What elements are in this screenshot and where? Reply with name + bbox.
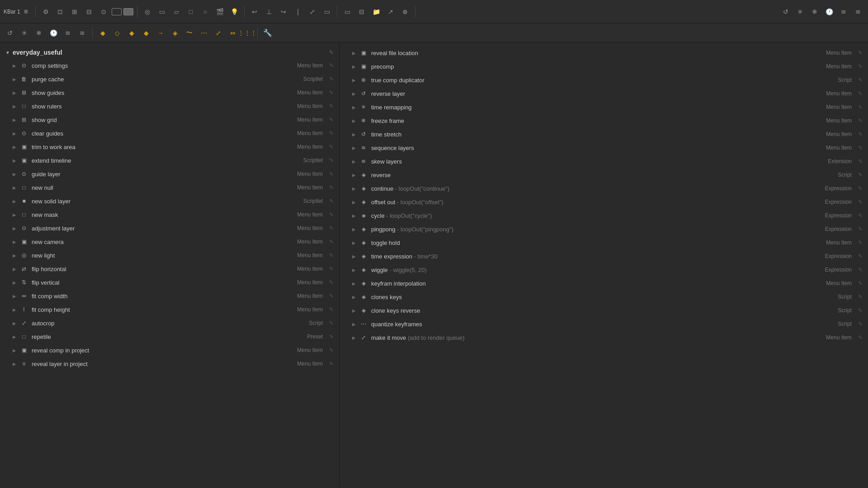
tb2-steps[interactable]: ≋ xyxy=(61,27,74,39)
list-item-new-camera[interactable]: ▶▣new cameraMenu Item✎ xyxy=(0,235,339,249)
tb-icon-rect2[interactable]: ▱ xyxy=(170,5,183,18)
rect-filled-toolbar-icon[interactable] xyxy=(123,8,133,15)
tb2-diamond1[interactable]: ◆ xyxy=(96,27,109,39)
item-edit-sequence-layers[interactable]: ✎ xyxy=(858,145,863,151)
item-edit-trim-work-area[interactable]: ✎ xyxy=(329,144,334,150)
group-header[interactable]: ▼ everyday_useful ✎ xyxy=(0,46,339,59)
tb-icon-expand[interactable]: ⤢ xyxy=(306,5,319,18)
list-item-cycle[interactable]: ▶◈cycle - loopOut("cycle")Expression✎ xyxy=(340,209,868,222)
list-item-reverse[interactable]: ▶◈reverseScript✎ xyxy=(340,168,868,182)
list-item-clear-guides[interactable]: ▶⊙clear guidesMenu Item✎ xyxy=(0,127,339,140)
tb-icon-circle2[interactable]: ○ xyxy=(199,5,212,18)
list-item-skew-layers[interactable]: ▶≋skew layersExtension✎ xyxy=(340,155,868,168)
list-item-precomp[interactable]: ▶▣precompMenu Item✎ xyxy=(340,60,868,73)
item-edit-repetile[interactable]: ✎ xyxy=(329,333,334,340)
gear-toolbar-icon[interactable]: ⚙ xyxy=(39,5,52,18)
item-edit-time-remapping[interactable]: ✎ xyxy=(858,104,863,110)
tb-icon-rect-group[interactable]: ▭ xyxy=(341,5,354,18)
tb2-wrench[interactable]: 🔧 xyxy=(261,27,274,39)
item-edit-cycle[interactable]: ✎ xyxy=(858,212,863,219)
list-item-keyframe-interp[interactable]: ▶◈keyfram interpolationMenu Item✎ xyxy=(340,277,868,290)
item-edit-fit-comp-height[interactable]: ✎ xyxy=(329,306,334,313)
list-item-autocrop[interactable]: ▶⤢autocropScript✎ xyxy=(0,316,339,330)
tb2-diamond4[interactable]: ◆ xyxy=(140,27,152,39)
grid3-toolbar-icon[interactable]: ⊞ xyxy=(68,5,81,18)
list-item-adjustment-layer[interactable]: ▶⊙adjustment layerMenu Item✎ xyxy=(0,221,339,235)
item-edit-new-mask[interactable]: ✎ xyxy=(329,211,334,218)
list-item-reveal-layer[interactable]: ▶≡reveal layer in projectMenu Item✎ xyxy=(0,357,339,371)
tb-icon-v-line[interactable]: | xyxy=(292,5,304,18)
list-item-trim-work-area[interactable]: ▶▣trim to work areaMenu Item✎ xyxy=(0,140,339,154)
item-edit-reverse[interactable]: ✎ xyxy=(858,172,863,178)
item-edit-show-rulers[interactable]: ✎ xyxy=(329,103,334,109)
tb-icon-rect3[interactable]: □ xyxy=(184,5,197,18)
list-item-guide-layer[interactable]: ▶⊙guide layerMenu Item✎ xyxy=(0,167,339,181)
item-edit-clones-keys[interactable]: ✎ xyxy=(858,294,863,300)
item-edit-time-expression[interactable]: ✎ xyxy=(858,253,863,259)
item-edit-new-light[interactable]: ✎ xyxy=(329,252,334,258)
tb2-snowflake[interactable]: ❄ xyxy=(33,27,45,39)
item-edit-keyframe-interp[interactable]: ✎ xyxy=(858,280,863,286)
list-item-flip-vertical[interactable]: ▶⇅flip verticalMenu Item✎ xyxy=(0,276,339,289)
tb-icon-rect-border[interactable]: ▭ xyxy=(156,5,168,18)
item-edit-toggle-hold[interactable]: ✎ xyxy=(858,239,863,246)
tb2-arrow-kf[interactable]: → xyxy=(154,27,167,39)
tb-icon-layers[interactable]: ⊟ xyxy=(355,5,368,18)
item-edit-quantize-keyframes[interactable]: ✎ xyxy=(858,321,863,327)
item-edit-new-null[interactable]: ✎ xyxy=(329,184,334,191)
tb-icon-arrow-left[interactable]: ↩ xyxy=(248,5,261,18)
item-edit-time-stretch[interactable]: ✎ xyxy=(858,131,863,137)
list-item-reveal-file[interactable]: ▶▣reveal file locationMenu Item✎ xyxy=(340,46,868,60)
rect-outline-toolbar-icon[interactable] xyxy=(112,8,122,15)
tb2-diamond3[interactable]: ◆ xyxy=(125,27,138,39)
item-edit-guide-layer[interactable]: ✎ xyxy=(329,171,334,177)
item-edit-autocrop[interactable]: ✎ xyxy=(329,320,334,326)
item-edit-make-it-move[interactable]: ✎ xyxy=(858,334,863,341)
tb2-stardots[interactable]: ✳ xyxy=(18,27,31,39)
item-edit-pingpong[interactable]: ✎ xyxy=(858,226,863,232)
list-item-new-solid[interactable]: ▶■new solid layerScriptlet✎ xyxy=(0,194,339,208)
tb2-diamond2[interactable]: ◇ xyxy=(111,27,123,39)
list-item-time-expression[interactable]: ▶◈time expression - time*30Expression✎ xyxy=(340,249,868,263)
tb2-clock2[interactable]: 🕐 xyxy=(47,27,60,39)
list-item-fit-comp-width[interactable]: ▶⇔fit comp widthMenu Item✎ xyxy=(0,289,339,303)
item-edit-true-comp-dup[interactable]: ✎ xyxy=(858,77,863,83)
list-item-show-grid[interactable]: ▶⊞show gridMenu Item✎ xyxy=(0,113,339,127)
tb2-expand2[interactable]: ⤢ xyxy=(212,27,225,39)
list-item-purge-cache[interactable]: ▶🗑purge cacheScriptlet✎ xyxy=(0,72,339,86)
menu-icon[interactable]: ≡ xyxy=(24,8,28,16)
list-item-reveal-comp[interactable]: ▶▣reveal comp in projectMenu Item✎ xyxy=(0,343,339,357)
tb2-diamond5[interactable]: ◈ xyxy=(169,27,181,39)
tb-icon-anchor[interactable]: ⊥ xyxy=(263,5,275,18)
list-item-toggle-hold[interactable]: ▶◈toggle holdMenu Item✎ xyxy=(340,236,868,249)
list-item-pingpong[interactable]: ▶◈pingpong - loopOut("pingpong")Expressi… xyxy=(340,222,868,236)
item-edit-reverse-layer[interactable]: ✎ xyxy=(858,90,863,97)
list-item-true-comp-dup[interactable]: ▶⊕true comp duplicatorScript✎ xyxy=(340,73,868,87)
list-item-time-stretch[interactable]: ▶↺time stretchMenu Item✎ xyxy=(340,127,868,141)
item-edit-fit-comp-width[interactable]: ✎ xyxy=(329,293,334,299)
tb-icon-export[interactable]: ↗ xyxy=(384,5,397,18)
item-edit-skew-layers[interactable]: ✎ xyxy=(858,158,863,164)
list-item-show-guides[interactable]: ▶⊞show guidesMenu Item✎ xyxy=(0,86,339,99)
tb2-expand3[interactable]: ⇔ xyxy=(226,27,239,39)
tb2-wave[interactable]: 〜 xyxy=(183,27,196,39)
tb-icon-arrow-right[interactable]: ↪ xyxy=(277,5,290,18)
list-item-freeze-frame[interactable]: ▶❄freeze frameMenu Item✎ xyxy=(340,114,868,127)
item-edit-extend-timeline[interactable]: ✎ xyxy=(329,157,334,164)
list-item-comp-settings[interactable]: ▶⊙comp settingsMenu Item✎ xyxy=(0,59,339,72)
item-edit-offset-out[interactable]: ✎ xyxy=(858,199,863,205)
list-item-clones-keys[interactable]: ▶◈clones keysScript✎ xyxy=(340,290,868,304)
item-edit-flip-horizontal[interactable]: ✎ xyxy=(329,266,334,272)
item-edit-freeze-frame[interactable]: ✎ xyxy=(858,117,863,124)
list-item-offset-out[interactable]: ▶◈offset out - loopOut("offset")Expressi… xyxy=(340,195,868,209)
tb2-dots3[interactable]: ⋯ xyxy=(198,27,210,39)
item-edit-reveal-file[interactable]: ✎ xyxy=(858,50,863,56)
list-item-extend-timeline[interactable]: ▶▣extend timelineScriptlet✎ xyxy=(0,154,339,167)
tb-icon-rect-outline2[interactable]: ▭ xyxy=(321,5,333,18)
tb2-clock[interactable]: ↺ xyxy=(4,27,16,39)
tb-icon-steps2[interactable]: ≋ xyxy=(852,5,864,18)
list-item-reverse-layer[interactable]: ▶↺reverse layerMenu Item✎ xyxy=(340,87,868,100)
item-edit-show-grid[interactable]: ✎ xyxy=(329,117,334,123)
item-edit-reveal-comp[interactable]: ✎ xyxy=(329,347,334,353)
tb-icon-film[interactable]: 🎬 xyxy=(213,5,226,18)
